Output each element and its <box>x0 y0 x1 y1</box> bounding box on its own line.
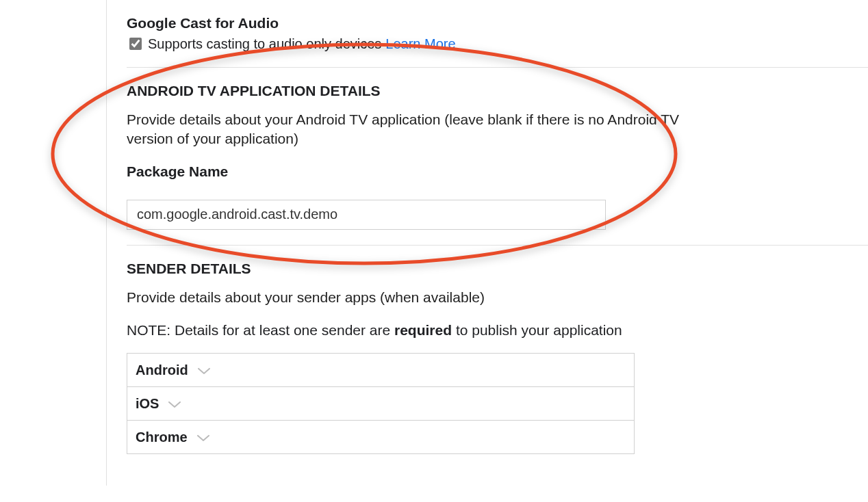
android-tv-description: Provide details about your Android TV ap… <box>127 110 729 149</box>
sender-item-chrome[interactable]: Chrome <box>127 421 634 454</box>
cast-audio-checkbox[interactable] <box>129 38 142 50</box>
sender-item-ios[interactable]: iOS <box>127 387 634 421</box>
main-content: Google Cast for Audio Supports casting t… <box>127 15 868 454</box>
sender-description: Provide details about your sender apps (… <box>127 288 729 307</box>
sender-note-prefix: NOTE: Details for at least one sender ar… <box>127 322 394 338</box>
android-tv-section: ANDROID TV APPLICATION DETAILS Provide d… <box>127 83 868 230</box>
caret-down-icon <box>168 396 181 412</box>
sidebar-divider <box>106 0 107 486</box>
sender-note: NOTE: Details for at least one sender ar… <box>127 322 868 339</box>
sender-item-label: Chrome <box>136 430 188 445</box>
learn-more-link[interactable]: Learn More <box>385 36 455 52</box>
package-name-input[interactable] <box>127 200 606 230</box>
sender-details-section: SENDER DETAILS Provide details about you… <box>127 261 868 454</box>
cast-audio-title: Google Cast for Audio <box>127 15 868 31</box>
sender-note-required: required <box>394 322 452 338</box>
package-name-label: Package Name <box>127 163 868 180</box>
sender-item-android[interactable]: Android <box>127 354 634 387</box>
sender-note-suffix: to publish your application <box>452 322 622 338</box>
caret-down-icon <box>198 362 210 378</box>
sender-heading: SENDER DETAILS <box>127 261 868 277</box>
sender-item-label: iOS <box>136 396 159 412</box>
cast-audio-checkbox-label: Supports casting to audio only devices <box>148 36 381 52</box>
sender-list: Android iOS Chrome <box>127 353 635 454</box>
cast-audio-checkbox-row[interactable]: Supports casting to audio only devices L… <box>127 36 868 52</box>
section-divider <box>127 67 868 68</box>
sender-item-label: Android <box>136 362 188 378</box>
cast-audio-section: Google Cast for Audio Supports casting t… <box>127 15 868 52</box>
caret-down-icon <box>197 430 209 445</box>
android-tv-heading: ANDROID TV APPLICATION DETAILS <box>127 83 868 99</box>
section-divider <box>127 245 868 246</box>
